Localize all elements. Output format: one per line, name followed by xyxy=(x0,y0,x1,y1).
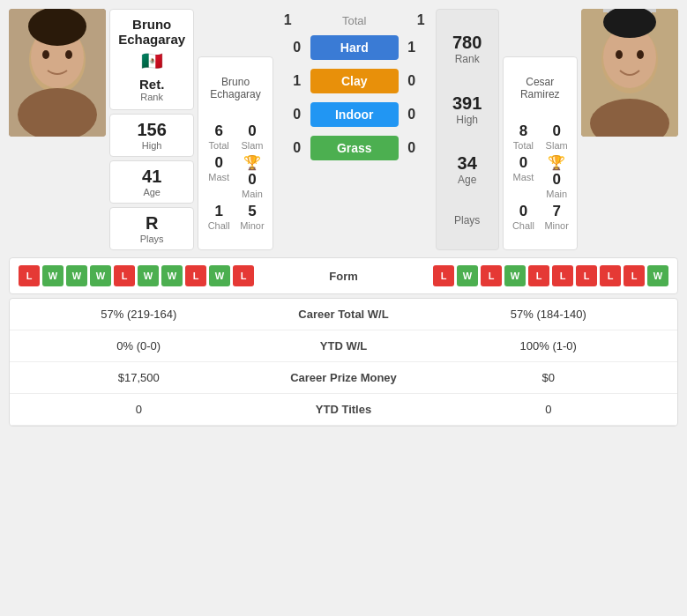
score-left: 0 xyxy=(284,140,310,156)
right-chall-stat: 0 Chall xyxy=(511,203,537,231)
right-plays-stat: Plays xyxy=(454,214,480,226)
form-badge-w: W xyxy=(209,265,230,286)
svg-point-6 xyxy=(28,9,86,46)
career-stat-right: $0 xyxy=(432,371,666,384)
svg-point-5 xyxy=(65,50,72,59)
total-label: Total xyxy=(342,14,366,27)
left-stats-grid: 6 Total 0 Slam 0 Mast 🏆 0 Main 1 xyxy=(205,122,265,231)
left-player-photo-card xyxy=(9,9,106,250)
surface-row-indoor: 0 Indoor 0 xyxy=(277,99,432,130)
career-stat-right: 57% (184-140) xyxy=(432,308,666,321)
left-high-label: High xyxy=(116,140,188,151)
score-left: 0 xyxy=(284,107,310,122)
right-trophy-icon: 🏆 xyxy=(548,154,565,171)
left-age-label: Age xyxy=(116,187,188,197)
career-stat-left: $17,500 xyxy=(22,371,256,384)
surface-row-hard: 0 Hard 1 xyxy=(277,32,432,63)
left-plays-card: R Plays xyxy=(109,207,194,250)
form-badge-l: L xyxy=(528,265,549,286)
left-rank-value: Ret. xyxy=(139,77,164,92)
right-mast-stat: 0 Mast xyxy=(511,154,537,199)
left-trophy-main: 🏆 0 Main xyxy=(239,154,265,199)
form-badge-l: L xyxy=(114,265,135,286)
surface-badge: Grass xyxy=(310,136,399,160)
right-total-score: 1 xyxy=(417,12,425,28)
form-badge-l: L xyxy=(185,265,206,286)
left-lower-stats: Bruno Echagaray 6 Total 0 Slam 0 Mast 🏆 … xyxy=(198,56,273,250)
right-rank-panel: 780 Rank 391 High 34 Age Plays xyxy=(436,9,499,250)
left-high-card: 156 High xyxy=(109,114,194,157)
career-stat-row-2: $17,500 Career Prize Money $0 xyxy=(10,362,677,394)
right-rank-stat: 780 Rank xyxy=(452,33,482,65)
career-stats-rows: 57% (219-164) Career Total W/L 57% (184-… xyxy=(9,298,678,427)
left-player-name-lower: Bruno Echagaray xyxy=(205,76,265,100)
left-high-value: 156 xyxy=(116,120,188,140)
form-badge-l: L xyxy=(600,265,621,286)
form-badge-w: W xyxy=(457,265,478,286)
score-right: 0 xyxy=(399,73,425,89)
right-total-stat: 8 Total xyxy=(511,122,537,151)
right-player-photo xyxy=(581,9,678,137)
left-minor-stat: 5 Minor xyxy=(239,203,265,231)
career-stat-row-3: 0 YTD Titles 0 xyxy=(10,394,677,426)
right-trophy-main: 🏆 0 Main xyxy=(543,154,570,199)
left-player-stats: Bruno Echagaray 🇲🇽 Ret. Rank 156 High 41… xyxy=(109,9,194,250)
score-right: 0 xyxy=(399,140,425,156)
form-badge-l: L xyxy=(481,265,502,286)
score-right: 1 xyxy=(399,40,425,56)
svg-point-11 xyxy=(637,50,644,59)
career-stat-right: 0 xyxy=(432,403,666,416)
left-trophy-icon: 🏆 xyxy=(243,154,261,171)
career-stat-left: 57% (219-164) xyxy=(22,308,256,321)
left-name-card: Bruno Echagaray 🇲🇽 Ret. Rank xyxy=(109,9,194,110)
career-stat-left: 0% (0-0) xyxy=(22,339,256,353)
form-badge-w: W xyxy=(161,265,183,286)
left-total-score: 1 xyxy=(284,12,292,28)
total-row: 1 Total 1 xyxy=(277,9,432,32)
score-left: 1 xyxy=(284,73,310,89)
right-minor-stat: 7 Minor xyxy=(543,203,570,231)
right-slam-stat: 0 Slam xyxy=(543,122,570,151)
form-section: LWWWLWWLWL Form LWLWLLLLLW xyxy=(9,257,678,294)
surface-row-grass: 0 Grass 0 xyxy=(277,132,432,164)
surface-badge: Clay xyxy=(310,69,399,93)
surface-row-clay: 1 Clay 0 xyxy=(277,65,432,97)
score-right: 0 xyxy=(399,107,425,122)
form-badge-w: W xyxy=(42,265,63,286)
form-label: Form xyxy=(309,270,379,283)
svg-point-10 xyxy=(616,50,623,59)
left-player-name: Bruno Echagaray xyxy=(116,17,188,47)
form-badge-l: L xyxy=(576,265,597,286)
form-badge-w: W xyxy=(90,265,111,286)
form-badge-w: W xyxy=(66,265,87,286)
career-stat-label: YTD W/L xyxy=(256,339,432,353)
career-stat-row-1: 0% (0-0) YTD W/L 100% (1-0) xyxy=(10,330,677,362)
top-section: Bruno Echagaray 🇲🇽 Ret. Rank 156 High 41… xyxy=(9,9,678,250)
form-badge-l: L xyxy=(624,265,645,286)
main-container: Bruno Echagaray 🇲🇽 Ret. Rank 156 High 41… xyxy=(0,0,687,435)
form-badge-w: W xyxy=(647,265,668,286)
left-plays-label: Plays xyxy=(116,234,188,244)
left-rank-container: Ret. xyxy=(116,77,188,92)
left-plays-value: R xyxy=(116,213,188,234)
left-form-badges: LWWWLWWLWL xyxy=(19,265,303,286)
left-player-svg xyxy=(9,9,106,137)
center-scores-section: 1 Total 1 0 Hard 1 1 Clay 0 0 Indoor 0 0… xyxy=(277,9,432,250)
surface-badge: Hard xyxy=(310,35,399,60)
career-stat-label: Career Prize Money xyxy=(256,371,432,384)
right-lower-stats: Cesar Ramirez 8 Total 0 Slam 0 Mast 🏆 0 xyxy=(503,56,578,250)
left-slam-stat: 0 Slam xyxy=(239,122,265,151)
left-age-value: 41 xyxy=(116,167,188,187)
form-badge-l: L xyxy=(233,265,254,286)
right-stats-grid: 8 Total 0 Slam 0 Mast 🏆 0 Main 0 xyxy=(511,122,570,231)
left-player-flag: 🇲🇽 xyxy=(116,50,188,71)
right-age-stat: 34 Age xyxy=(458,153,477,186)
left-age-card: 41 Age xyxy=(109,160,194,204)
right-form-badges: LWLWLLLLLW xyxy=(385,265,669,286)
left-mast-stat: 0 Mast xyxy=(205,154,232,199)
left-chall-stat: 1 Chall xyxy=(205,203,232,231)
right-player-photo-card xyxy=(581,9,678,250)
form-badge-w: W xyxy=(504,265,526,286)
career-stat-label: YTD Titles xyxy=(256,403,432,416)
form-badge-l: L xyxy=(552,265,573,286)
